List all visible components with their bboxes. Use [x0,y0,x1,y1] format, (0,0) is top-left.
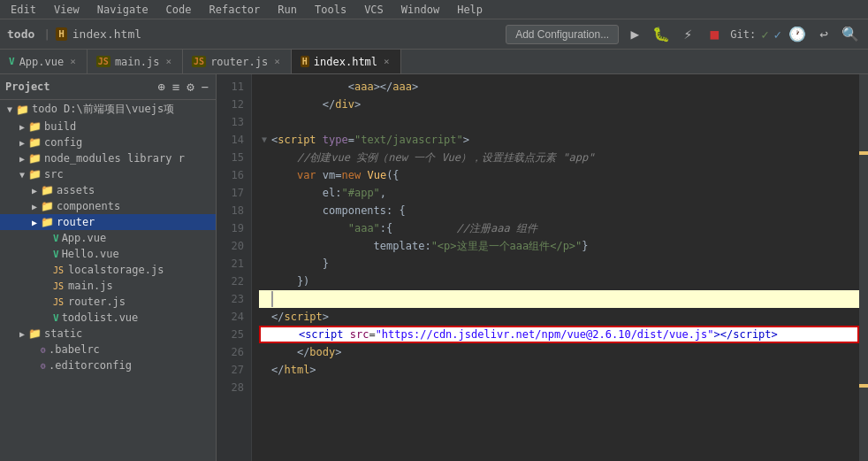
tree-item-editorconfig[interactable]: ⚙ .editorconfig [0,357,216,373]
html-icon: H [301,56,309,67]
menu-run[interactable]: Run [274,2,301,18]
tree-item-src[interactable]: ▼ 📁 src [0,166,216,182]
tree-item-build[interactable]: ▶ 📁 build [0,119,216,134]
fold-17[interactable] [259,184,270,202]
fold-16[interactable] [259,166,270,184]
tree-item-components[interactable]: ▶ 📁 components [0,198,216,214]
menu-help[interactable]: Help [453,2,486,18]
sidebar-close-icon[interactable]: − [200,78,210,96]
tree-item-app-vue[interactable]: V App.vue [0,230,216,246]
tree-item-hello-vue[interactable]: V Hello.vue [0,246,216,262]
tab-main-js[interactable]: JS main.js × [88,50,183,73]
sidebar-title: Project [5,81,152,93]
menu-tools[interactable]: Tools [311,2,350,18]
code-area[interactable]: <aaa></aaa> </div> ▼ <script type="text/… [252,74,859,461]
tree-arrow-build: ▶ [16,122,28,132]
tab-close-router-js[interactable]: × [272,55,282,68]
fold-13[interactable] [259,113,270,131]
tree-item-assets[interactable]: ▶ 📁 assets [0,182,216,198]
tab-bar: V App.vue × JS main.js × JS router.js × … [0,50,868,74]
fold-28[interactable] [259,379,270,396]
menu-refactor[interactable]: Refactor [206,2,264,18]
coverage-icon[interactable]: ⚡ [677,24,698,45]
code-line-13 [259,113,859,131]
code-line-28 [259,379,859,396]
menu-edit[interactable]: Edit [7,2,40,18]
tree-item-todolist-vue[interactable]: V todolist.vue [0,310,216,326]
tree-item-config[interactable]: ▶ 📁 config [0,134,216,150]
fold-22[interactable] [259,273,270,290]
code-line-26: </body> [259,343,859,361]
code-line-22: }) [259,273,859,290]
git-check-blue[interactable]: ✓ [774,27,781,42]
tab-close-app-vue[interactable]: × [68,55,78,68]
config-file-icon-editorconfig: ⚙ [41,361,46,371]
tree-item-router[interactable]: ▶ 📁 router [0,214,216,230]
menu-view[interactable]: View [50,2,83,18]
tree-item-babelrc[interactable]: ⚙ .babelrc [0,342,216,357]
fold-20[interactable] [259,237,270,255]
tab-index-html[interactable]: H index.html × [292,50,401,73]
code-line-19: "aaa":{ //注册aaa 组件 [259,219,859,237]
editor[interactable]: 11 12 13 14 15 16 17 18 19 20 21 22 23 2… [217,74,859,461]
tree-label-main-js: main.js [68,280,113,292]
search-icon[interactable]: 🔍 [840,24,861,45]
tree-label-hello: Hello.vue [62,248,119,260]
fold-12[interactable] [259,96,270,113]
tab-router-js[interactable]: JS router.js × [183,50,292,73]
menu-vcs[interactable]: VCS [361,2,387,18]
sidebar-collapse-icon[interactable]: ≡ [171,78,181,96]
tree-arrow-router: ▶ [28,218,41,227]
tree-item-node-modules[interactable]: ▶ 📁 node_modules library r [0,150,216,166]
file-title: index.html [72,27,141,41]
line-num-26: 26 [217,343,251,361]
tree-item-todo-root[interactable]: ▼ 📁 todo D:\前端项目\vuejs项 [0,100,216,119]
tree-item-localstorage[interactable]: JS localstorage.js [0,262,216,278]
toolbar-separator: | [43,27,50,41]
code-line-21: } [259,255,859,273]
sidebar-add-icon[interactable]: ⊕ [156,78,166,96]
fold-15[interactable] [259,149,270,166]
folder-icon-assets: 📁 [41,184,54,196]
tree-item-static[interactable]: ▶ 📁 static [0,326,216,342]
fold-21[interactable] [259,255,270,273]
menu-code[interactable]: Code [163,2,195,18]
run-icon[interactable]: ▶ [624,24,645,45]
git-check-green[interactable]: ✓ [761,27,768,42]
folder-icon-static: 📁 [28,327,42,340]
folder-icon-node-modules: 📁 [28,152,42,165]
tab-close-index-html[interactable]: × [382,55,392,68]
line-num-12: 12 [217,96,251,113]
tab-label-router-js: router.js [210,56,268,68]
code-line-15: //创建vue 实例（new 一个 Vue），设置挂载点元素 "app" [259,149,859,166]
menu-navigate[interactable]: Navigate [94,2,152,18]
git-history-icon[interactable]: 🕐 [787,24,808,45]
toolbar: todo | H index.html Add Configuration...… [0,19,868,50]
tab-close-main-js[interactable]: × [164,55,173,68]
line-num-15: 15 [217,149,251,166]
fold-19[interactable] [259,219,270,237]
fold-24[interactable] [259,308,270,326]
fold-25[interactable] [261,326,271,343]
sidebar-settings-icon[interactable]: ⚙ [185,78,195,96]
debug-icon[interactable]: 🐛 [651,24,672,45]
tab-app-vue[interactable]: V App.vue × [0,50,88,73]
fold-27[interactable] [259,361,270,379]
stop-icon[interactable]: ■ [704,24,725,45]
fold-23[interactable] [259,290,270,308]
git-revert-icon[interactable]: ↩ [813,24,834,45]
tree-item-main-js[interactable]: JS main.js [0,278,216,294]
menu-window[interactable]: Window [398,2,443,18]
fold-18[interactable] [259,202,270,219]
fold-26[interactable] [259,343,270,361]
tree-label-src: src [44,168,64,181]
js-icon-main: JS [96,56,110,67]
vue-file-icon-app: V [53,233,59,244]
right-scrollbar[interactable] [859,74,868,461]
fold-14[interactable]: ▼ [259,131,270,149]
fold-11[interactable] [259,78,270,96]
tree-item-router-js[interactable]: JS router.js [0,294,216,310]
vue-file-icon-hello: V [53,249,59,260]
add-configuration-button[interactable]: Add Configuration... [506,25,619,44]
git-label: Git: [730,28,756,41]
